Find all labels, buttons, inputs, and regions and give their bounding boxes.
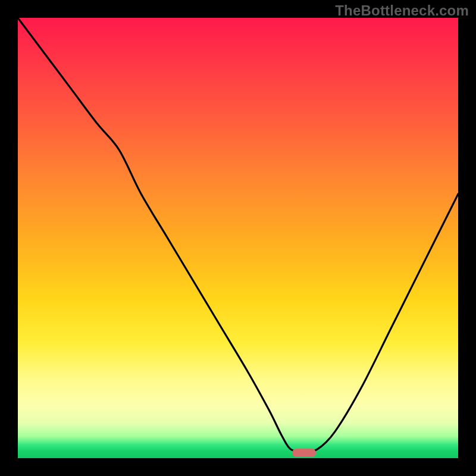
minimum-marker <box>292 449 316 457</box>
plot-area <box>18 18 458 458</box>
watermark-text: TheBottleneck.com <box>335 2 469 19</box>
bottleneck-curve <box>18 18 458 458</box>
chart-container: TheBottleneck.com <box>0 0 476 476</box>
